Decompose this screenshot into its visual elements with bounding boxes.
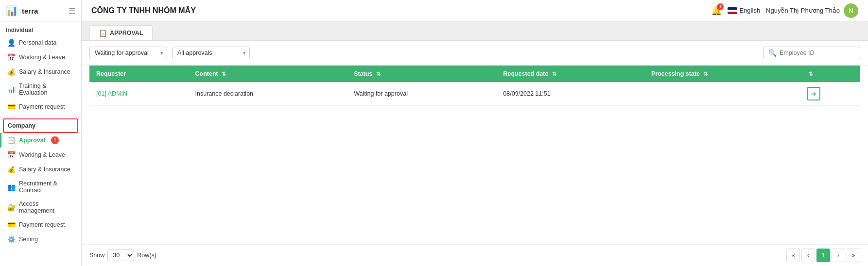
table-row: [01] ADMIN Insurance declaration Waiting… xyxy=(89,82,860,106)
sidebar-item-label: Recruitment & Contract xyxy=(19,180,75,194)
cell-requester: [01] ADMIN xyxy=(89,82,189,106)
page-last-button[interactable]: » xyxy=(847,249,860,262)
payment-company-icon: 💳 xyxy=(7,221,15,229)
setting-icon: ⚙️ xyxy=(7,235,15,243)
topbar-right: 🔔 1 English Nguyễn Thị Phương Thảo N xyxy=(711,3,858,18)
search-input[interactable] xyxy=(780,50,848,56)
personal-data-icon: 👤 xyxy=(7,39,15,47)
content-area: 📋 APPROVAL Waiting for approval Approved… xyxy=(82,21,868,266)
sidebar-item-label: Training & Evaluation xyxy=(19,83,75,96)
language-label: English xyxy=(739,7,760,14)
tab-bar: 📋 APPROVAL xyxy=(82,21,868,41)
user-menu[interactable]: Nguyễn Thị Phương Thảo N xyxy=(766,3,858,18)
cell-processing-state xyxy=(644,82,800,106)
salary-company-icon: 💰 xyxy=(7,166,15,173)
approvals-filter-wrap: All approvals Insurance Leave Other xyxy=(172,47,250,59)
action-sort-icon: ⇅ xyxy=(809,71,813,77)
cell-requested-date: 08/09/2022 11:51 xyxy=(496,82,644,106)
logo-area: 📊 terra ☰ xyxy=(0,0,81,22)
table-wrap: Requester Content ⇅ Status ⇅ Requested d… xyxy=(82,66,868,244)
page-prev-button[interactable]: ‹ xyxy=(801,249,815,262)
sidebar-item-label: Personal data xyxy=(19,39,56,46)
cell-content: Insurance declaration xyxy=(189,82,347,106)
approval-badge: 1 xyxy=(51,136,59,144)
sidebar-toggle-button[interactable]: ☰ xyxy=(69,6,75,16)
flag-icon xyxy=(728,7,737,14)
page-1-button[interactable]: 1 xyxy=(816,249,830,262)
sidebar-item-label: Payment request xyxy=(19,103,65,110)
date-sort-icon: ⇅ xyxy=(552,71,556,77)
approval-table: Requester Content ⇅ Status ⇅ Requested d… xyxy=(89,66,860,106)
sidebar-item-label: Working & Leave xyxy=(19,151,65,158)
search-wrap: 🔍 xyxy=(763,47,860,59)
per-page-select[interactable]: 30 50 100 xyxy=(107,249,134,261)
sidebar-item-training-evaluation[interactable]: 📊 Training & Evaluation xyxy=(0,79,81,100)
training-icon: 📊 xyxy=(7,85,15,93)
salary-icon: 💰 xyxy=(7,68,15,76)
page-first-button[interactable]: « xyxy=(786,249,800,262)
sidebar-item-payment-request-individual[interactable]: 💳 Payment request xyxy=(0,100,81,114)
col-action[interactable]: ⇅ xyxy=(800,66,860,82)
sidebar-item-personal-data[interactable]: 👤 Personal data xyxy=(0,35,81,50)
main-content: CÔNG TY TNHH NHÓM MÂY 🔔 1 English Nguyễn… xyxy=(82,0,868,266)
logo-text: terra xyxy=(22,7,38,15)
logo-icon: 📊 xyxy=(6,5,18,17)
sidebar-item-access-management[interactable]: 🔐 Access management xyxy=(0,197,81,217)
col-requested-date[interactable]: Requested date ⇅ xyxy=(496,66,644,82)
recruitment-icon: 👥 xyxy=(7,183,15,191)
col-processing-state[interactable]: Processing state ⇅ xyxy=(644,66,800,82)
sidebar-item-label: Salary & Insurance xyxy=(19,166,70,173)
row-action-button[interactable]: ➜ xyxy=(807,87,820,100)
status-sort-icon: ⇅ xyxy=(376,71,381,77)
sidebar-item-approval[interactable]: 📋 Approval 1 xyxy=(0,133,81,148)
pagination-bar: Show 30 50 100 Row(s) « ‹ 1 › » xyxy=(82,244,868,266)
sidebar-item-label: Approval xyxy=(19,137,45,144)
working-leave-company-icon: 📅 xyxy=(7,151,15,159)
cell-action: ➜ xyxy=(800,82,860,106)
access-icon: 🔐 xyxy=(7,203,15,211)
sidebar-item-salary-insurance[interactable]: 💰 Salary & Insurance xyxy=(0,65,81,79)
notification-badge: 1 xyxy=(717,3,724,10)
filter-bar: Waiting for approval Approved Rejected A… xyxy=(82,41,868,66)
payment-icon: 💳 xyxy=(7,103,15,111)
col-status[interactable]: Status ⇅ xyxy=(347,66,496,82)
search-icon: 🔍 xyxy=(768,49,777,57)
rows-label: Row(s) xyxy=(137,252,156,259)
sidebar-item-label: Setting xyxy=(19,236,38,243)
sidebar: 📊 terra ☰ Individual 👤 Personal data 📅 W… xyxy=(0,0,82,266)
status-filter-wrap: Waiting for approval Approved Rejected A… xyxy=(89,47,167,59)
requester-link[interactable]: [01] ADMIN xyxy=(96,90,127,97)
sidebar-item-recruitment-contract[interactable]: 👥 Recruitment & Contract xyxy=(0,177,81,197)
content-sort-icon: ⇅ xyxy=(222,71,226,77)
sidebar-item-label: Access management xyxy=(19,200,75,214)
sidebar-item-working-leave[interactable]: 📅 Working & Leave xyxy=(0,50,81,65)
page-title: CÔNG TY TNHH NHÓM MÂY xyxy=(91,6,711,15)
working-leave-icon: 📅 xyxy=(7,53,15,61)
tab-approval-icon: 📋 xyxy=(99,29,107,37)
individual-section-label: Individual xyxy=(0,22,81,35)
company-label-text: Company xyxy=(8,122,35,129)
sidebar-item-salary-insurance-company[interactable]: 💰 Salary & Insurance xyxy=(0,162,81,177)
topbar: CÔNG TY TNHH NHÓM MÂY 🔔 1 English Nguyễn… xyxy=(82,0,868,21)
sidebar-item-label: Working & Leave xyxy=(19,54,65,61)
approvals-filter[interactable]: All approvals Insurance Leave Other xyxy=(172,47,250,59)
page-next-button[interactable]: › xyxy=(832,249,845,262)
pagination-controls: « ‹ 1 › » xyxy=(786,249,860,262)
sidebar-item-setting[interactable]: ⚙️ Setting xyxy=(0,232,81,247)
sidebar-divider xyxy=(0,116,81,116)
show-label: Show xyxy=(89,252,104,259)
col-requester: Requester xyxy=(89,66,189,82)
cell-status: Waiting for approval xyxy=(347,82,496,106)
user-name-label: Nguyễn Thị Phương Thảo xyxy=(766,7,840,14)
user-avatar: N xyxy=(844,3,858,18)
sidebar-item-working-leave-company[interactable]: 📅 Working & Leave xyxy=(0,148,81,162)
status-filter[interactable]: Waiting for approval Approved Rejected A… xyxy=(89,47,167,59)
sidebar-item-payment-request-company[interactable]: 💳 Payment request xyxy=(0,217,81,232)
col-content[interactable]: Content ⇅ xyxy=(189,66,347,82)
language-selector[interactable]: English xyxy=(728,7,760,14)
processing-sort-icon: ⇅ xyxy=(703,71,708,77)
tab-approval[interactable]: 📋 APPROVAL xyxy=(89,25,153,40)
notification-button[interactable]: 🔔 1 xyxy=(711,5,722,16)
tab-approval-label: APPROVAL xyxy=(110,30,143,36)
sidebar-item-label: Salary & Insurance xyxy=(19,68,70,75)
